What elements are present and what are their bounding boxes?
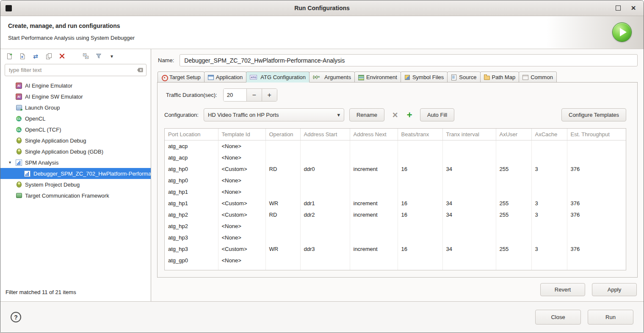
cell-axcache[interactable]: 3 xyxy=(531,243,567,255)
cell-template-id[interactable]: <None> xyxy=(218,220,265,232)
cell-beats-tranx[interactable] xyxy=(398,140,442,152)
remove-configuration-icon[interactable] xyxy=(388,108,402,121)
cell-template-id[interactable]: <None> xyxy=(218,232,265,243)
column-header[interactable]: Template Id xyxy=(218,129,265,140)
cell-tranx-interval[interactable] xyxy=(442,255,496,266)
table-row[interactable]: atg_hp1 <Custom> WR ddr1 increment 16 34… xyxy=(165,198,626,209)
cell-est-throughput[interactable] xyxy=(567,255,626,266)
cell-address-start[interactable] xyxy=(300,266,350,271)
cell-beats-tranx[interactable] xyxy=(398,175,442,186)
rename-button[interactable]: Rename xyxy=(349,108,384,121)
cell-beats-tranx[interactable]: 16 xyxy=(398,198,442,209)
tree-item[interactable]: OpenCL xyxy=(0,113,151,124)
cell-beats-tranx[interactable] xyxy=(398,255,442,266)
column-header[interactable]: Address Next xyxy=(350,129,398,140)
cell-address-start[interactable] xyxy=(300,186,350,198)
cell-axcache[interactable] xyxy=(531,186,567,198)
run-button[interactable]: Run xyxy=(588,310,633,325)
auto-fill-button[interactable]: Auto Fill xyxy=(420,108,454,121)
column-header[interactable]: Tranx interval xyxy=(442,129,496,140)
cell-address-next[interactable] xyxy=(350,220,398,232)
cell-template-id[interactable]: <Custom> xyxy=(218,209,265,220)
traffic-duration-input[interactable] xyxy=(224,89,246,101)
column-header[interactable]: Port Location xyxy=(165,129,218,140)
configure-templates-button[interactable]: Configure Templates xyxy=(561,108,626,121)
cell-est-throughput[interactable] xyxy=(567,186,626,198)
column-header[interactable]: Operation xyxy=(265,129,300,140)
tree-item[interactable]: AI Engine SW Emulator xyxy=(0,91,151,102)
table-row[interactable]: atg_gp0 <None> xyxy=(165,266,626,271)
tab[interactable]: Source xyxy=(447,72,480,83)
cell-axuser[interactable] xyxy=(496,266,531,271)
cell-address-start[interactable]: ddr2 xyxy=(300,209,350,220)
table-row[interactable]: atg_acp <None> xyxy=(165,140,626,152)
cell-port-location[interactable]: atg_hp2 xyxy=(165,209,218,220)
cell-axuser[interactable]: 255 xyxy=(496,209,531,220)
column-header[interactable]: Beats/tranx xyxy=(398,129,442,140)
cell-est-throughput[interactable]: 376 xyxy=(567,209,626,220)
cell-axuser[interactable] xyxy=(496,232,531,243)
tab[interactable]: ATG Configuration xyxy=(246,72,310,83)
cell-tranx-interval[interactable] xyxy=(442,175,496,186)
new-configuration-icon[interactable] xyxy=(6,52,13,60)
cell-operation[interactable] xyxy=(265,175,300,186)
cell-port-location[interactable]: atg_acp xyxy=(165,140,218,152)
cell-address-start[interactable]: ddr3 xyxy=(300,243,350,255)
cell-address-start[interactable] xyxy=(300,232,350,243)
cell-tranx-interval[interactable] xyxy=(442,220,496,232)
cell-axuser[interactable] xyxy=(496,255,531,266)
apply-button[interactable]: Apply xyxy=(592,283,637,296)
cell-axuser[interactable] xyxy=(496,220,531,232)
cell-axuser[interactable] xyxy=(496,186,531,198)
tab[interactable]: Path Map xyxy=(480,72,520,83)
cell-beats-tranx[interactable] xyxy=(398,232,442,243)
table-row[interactable]: atg_hp0 <None> xyxy=(165,175,626,186)
filter-configurations-icon[interactable] xyxy=(95,52,102,60)
increment-button[interactable]: + xyxy=(262,89,277,101)
cell-tranx-interval[interactable]: 34 xyxy=(442,198,496,209)
tab[interactable]: Target Setup xyxy=(158,72,205,83)
cell-address-next[interactable] xyxy=(350,266,398,271)
cell-address-start[interactable] xyxy=(300,255,350,266)
tree-item[interactable]: Single Application Debug xyxy=(0,135,151,146)
decrement-button[interactable]: − xyxy=(246,89,262,101)
cell-est-throughput[interactable]: 376 xyxy=(567,198,626,209)
cell-template-id[interactable]: <Custom> xyxy=(218,243,265,255)
tree-item[interactable]: Target Communication Framework xyxy=(0,190,151,201)
column-header[interactable]: AxUser xyxy=(496,129,531,140)
cell-est-throughput[interactable] xyxy=(567,175,626,186)
clear-filter-icon[interactable] xyxy=(137,67,144,73)
maximize-icon[interactable] xyxy=(615,5,622,11)
table-row[interactable]: atg_hp3 <Custom> WR ddr3 increment 16 34… xyxy=(165,243,626,255)
cell-tranx-interval[interactable]: 34 xyxy=(442,163,496,175)
cell-template-id[interactable]: <Custom> xyxy=(218,163,265,175)
cell-template-id[interactable]: <None> xyxy=(218,152,265,163)
collapse-all-icon[interactable] xyxy=(82,52,89,60)
cell-axuser[interactable]: 255 xyxy=(496,163,531,175)
cell-operation[interactable]: WR xyxy=(265,198,300,209)
cell-tranx-interval[interactable]: 34 xyxy=(442,209,496,220)
cell-beats-tranx[interactable]: 16 xyxy=(398,243,442,255)
cell-template-id[interactable]: <None> xyxy=(218,186,265,198)
cell-axuser[interactable] xyxy=(496,175,531,186)
cell-est-throughput[interactable]: 376 xyxy=(567,163,626,175)
cell-est-throughput[interactable] xyxy=(567,152,626,163)
cell-axuser[interactable]: 255 xyxy=(496,198,531,209)
cell-address-start[interactable]: ddr0 xyxy=(300,163,350,175)
name-input[interactable] xyxy=(180,54,638,66)
cell-tranx-interval[interactable]: 34 xyxy=(442,243,496,255)
column-header[interactable]: Est. Throughput xyxy=(567,129,626,140)
cell-axcache[interactable] xyxy=(531,255,567,266)
cell-axcache[interactable]: 3 xyxy=(531,163,567,175)
tab[interactable]: Environment xyxy=(354,72,401,83)
cell-address-start[interactable] xyxy=(300,152,350,163)
cell-operation[interactable] xyxy=(265,255,300,266)
cell-port-location[interactable]: atg_hp0 xyxy=(165,163,218,175)
toolbar-menu-icon[interactable] xyxy=(108,52,116,60)
cell-axcache[interactable] xyxy=(531,220,567,232)
close-button[interactable]: Close xyxy=(535,310,581,325)
tree-item[interactable]: OpenCL (TCF) xyxy=(0,124,151,135)
cell-axuser[interactable] xyxy=(496,152,531,163)
tree-item[interactable]: AI Engine Emulator xyxy=(0,80,151,91)
cell-template-id[interactable]: <None> xyxy=(218,255,265,266)
